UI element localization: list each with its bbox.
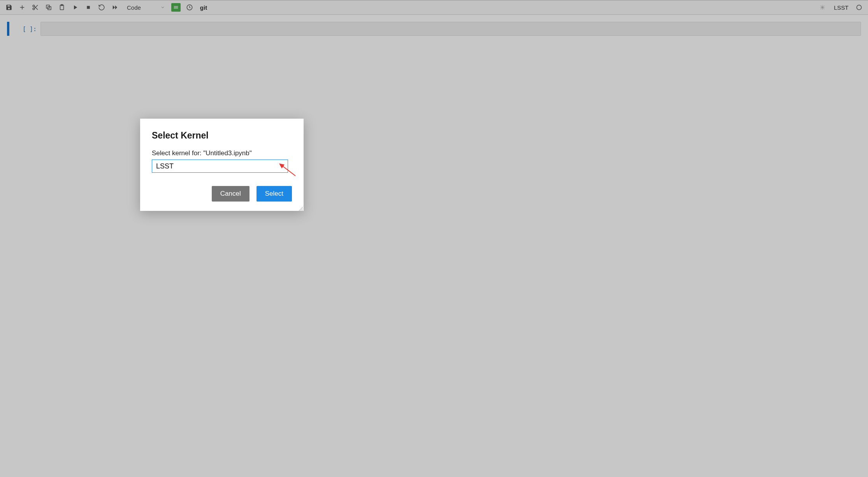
cancel-button[interactable]: Cancel bbox=[212, 186, 250, 202]
app-root: Code git LSST [ ]: S bbox=[0, 0, 868, 477]
select-button[interactable]: Select bbox=[257, 186, 292, 202]
kernel-select-value: LSST bbox=[156, 162, 174, 170]
chevron-down-icon bbox=[279, 164, 284, 168]
select-kernel-dialog: Select Kernel Select kernel for: "Untitl… bbox=[140, 119, 304, 211]
resize-grip-icon[interactable] bbox=[298, 205, 303, 210]
dialog-title: Select Kernel bbox=[152, 130, 292, 141]
dialog-buttons: Cancel Select bbox=[152, 186, 292, 202]
modal-overlay: Select Kernel Select kernel for: "Untitl… bbox=[0, 0, 868, 477]
dialog-subtitle: Select kernel for: "Untitled3.ipynb" bbox=[152, 149, 292, 157]
kernel-select[interactable]: LSST bbox=[152, 160, 288, 173]
